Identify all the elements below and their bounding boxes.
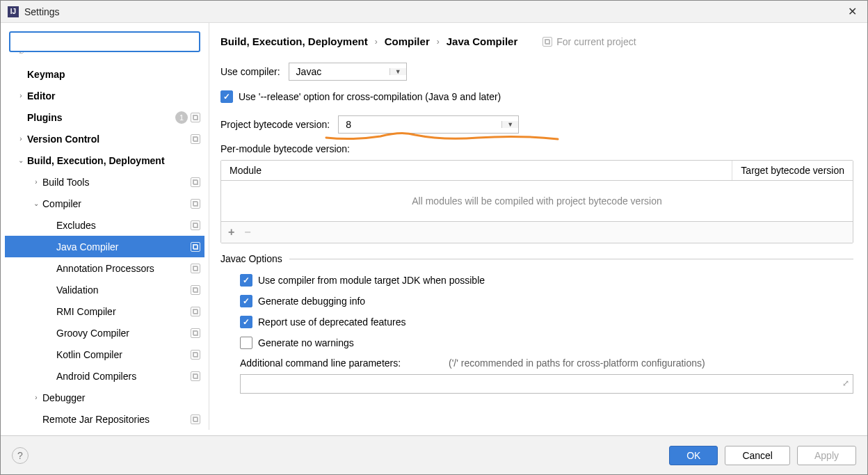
javac-option-label: Generate debugging info bbox=[258, 296, 365, 307]
javac-options-title: Javac Options bbox=[220, 253, 282, 264]
tree-item-label: Android Compilers bbox=[56, 371, 191, 382]
tree-item-label: Validation bbox=[56, 284, 191, 296]
table-col-module[interactable]: Module bbox=[221, 161, 732, 180]
tree-item-annotation-processors[interactable]: Annotation Processors bbox=[5, 257, 204, 279]
javac-option-checkbox-3[interactable] bbox=[240, 337, 252, 349]
project-scope-icon bbox=[191, 220, 200, 230]
tree-item-label: Editor bbox=[27, 90, 200, 102]
tree-item-kotlin-compiler[interactable]: Kotlin Compiler bbox=[5, 344, 204, 365]
project-scope-icon bbox=[191, 264, 200, 273]
project-scope-icon bbox=[191, 328, 200, 338]
ok-button[interactable]: OK bbox=[669, 446, 718, 465]
tree-item-label: Excludes bbox=[56, 220, 191, 231]
breadcrumb: Build, Execution, Deployment › Compiler … bbox=[220, 35, 853, 47]
chevron-right-icon: › bbox=[375, 37, 378, 47]
tree-item-rmi-compiler[interactable]: RMI Compiler bbox=[5, 300, 204, 322]
params-input[interactable] bbox=[240, 374, 853, 394]
project-scope-icon bbox=[191, 199, 200, 209]
project-scope-icon bbox=[191, 414, 200, 424]
project-scope-icon bbox=[191, 350, 200, 360]
javac-option-checkbox-0[interactable] bbox=[240, 274, 252, 287]
project-scope-icon bbox=[191, 285, 200, 295]
tree-item-label: Debugger bbox=[42, 392, 200, 403]
divider bbox=[289, 259, 853, 259]
project-scope-icon bbox=[542, 37, 552, 47]
project-scope-icon bbox=[191, 242, 200, 252]
chevron-icon: › bbox=[30, 178, 42, 186]
add-button[interactable]: + bbox=[228, 226, 234, 239]
chevron-down-icon: ▼ bbox=[501, 121, 518, 128]
for-current-project-label: For current project bbox=[542, 36, 636, 47]
sidebar: ⌕ Keymap›EditorPlugins1›Version Control⌄… bbox=[1, 23, 209, 430]
breadcrumb-seg[interactable]: Build, Execution, Deployment bbox=[220, 35, 368, 47]
tree-item-remote-jar-repositories[interactable]: Remote Jar Repositories bbox=[5, 408, 204, 430]
tree-item-android-compilers[interactable]: Android Compilers bbox=[5, 365, 204, 387]
tree-item-validation[interactable]: Validation bbox=[5, 279, 204, 300]
use-compiler-label: Use compiler: bbox=[220, 66, 280, 77]
tree-item-label: Java Compiler bbox=[56, 241, 191, 252]
tree-item-java-compiler[interactable]: Java Compiler bbox=[5, 236, 204, 257]
table-col-target[interactable]: Target bytecode version bbox=[732, 161, 853, 180]
help-button[interactable]: ? bbox=[12, 447, 29, 464]
javac-option-checkbox-1[interactable] bbox=[240, 295, 252, 307]
per-module-table: Module Target bytecode version All modul… bbox=[220, 160, 853, 243]
tree-item-build-tools[interactable]: ›Build Tools bbox=[5, 171, 204, 193]
chevron-icon: ⌄ bbox=[15, 156, 27, 164]
chevron-icon: ⌄ bbox=[30, 200, 42, 207]
release-option-checkbox[interactable] bbox=[220, 90, 233, 103]
tree-item-label: Build, Execution, Deployment bbox=[27, 155, 200, 166]
tree-item-label: Kotlin Compiler bbox=[56, 349, 191, 360]
javac-option-label: Use compiler from module target JDK when… bbox=[258, 275, 485, 286]
tree-item-label: Annotation Processors bbox=[56, 263, 191, 274]
tree-item-label: Keymap bbox=[27, 69, 200, 80]
tree-item-groovy-compiler[interactable]: Groovy Compiler bbox=[5, 322, 204, 344]
tree-item-excludes[interactable]: Excludes bbox=[5, 214, 204, 236]
tree-item-label: Groovy Compiler bbox=[56, 328, 191, 339]
tree-item-editor[interactable]: ›Editor bbox=[5, 85, 204, 106]
project-scope-icon bbox=[191, 307, 200, 316]
window-title: Settings bbox=[24, 6, 844, 17]
params-label: Additional command line parameters: bbox=[240, 357, 449, 369]
chevron-icon: › bbox=[30, 394, 42, 401]
expand-icon[interactable]: ⤢ bbox=[842, 378, 849, 388]
titlebar: IJ Settings ✕ bbox=[1, 1, 867, 23]
tree-item-label: Build Tools bbox=[42, 177, 191, 188]
tree-item-keymap[interactable]: Keymap bbox=[5, 63, 204, 85]
search-input[interactable] bbox=[9, 31, 200, 52]
tree-item-label: RMI Compiler bbox=[56, 306, 191, 317]
tree-item-plugins[interactable]: Plugins1 bbox=[5, 106, 204, 128]
bytecode-version-label: Project bytecode version: bbox=[220, 119, 330, 130]
tree-item-label: Compiler bbox=[42, 198, 191, 209]
cancel-button[interactable]: Cancel bbox=[725, 446, 790, 465]
tree-item-build-execution-deployment[interactable]: ⌄Build, Execution, Deployment bbox=[5, 150, 204, 171]
settings-tree: Keymap›EditorPlugins1›Version Control⌄Bu… bbox=[5, 59, 204, 430]
javac-option-label: Report use of deprecated features bbox=[258, 316, 405, 328]
chevron-icon: › bbox=[15, 92, 27, 99]
dialog-footer: ? OK Cancel Apply bbox=[1, 435, 867, 474]
project-scope-icon bbox=[191, 113, 200, 122]
remove-button[interactable]: − bbox=[244, 226, 250, 239]
javac-option-checkbox-2[interactable] bbox=[240, 316, 252, 328]
chevron-icon: › bbox=[15, 135, 27, 143]
project-scope-icon bbox=[191, 177, 200, 187]
main-panel: Build, Execution, Deployment › Compiler … bbox=[209, 23, 867, 430]
tree-item-debugger[interactable]: ›Debugger bbox=[5, 387, 204, 408]
per-module-label: Per-module bytecode version: bbox=[220, 143, 853, 154]
breadcrumb-seg[interactable]: Compiler bbox=[385, 35, 430, 47]
close-icon[interactable]: ✕ bbox=[844, 5, 860, 18]
use-compiler-select[interactable]: Javac ▼ bbox=[289, 63, 407, 81]
project-scope-icon bbox=[191, 371, 200, 381]
app-icon: IJ bbox=[8, 6, 19, 17]
table-empty-text: All modules will be compiled with projec… bbox=[221, 181, 853, 221]
project-scope-icon bbox=[191, 134, 200, 144]
chevron-down-icon: ▼ bbox=[389, 68, 406, 75]
tree-item-compiler[interactable]: ⌄Compiler bbox=[5, 193, 204, 214]
count-badge: 1 bbox=[175, 111, 188, 124]
bytecode-version-select[interactable]: 8 ▼ bbox=[338, 115, 519, 134]
apply-button[interactable]: Apply bbox=[797, 446, 856, 465]
tree-item-label: Version Control bbox=[27, 134, 191, 145]
javac-option-label: Generate no warnings bbox=[258, 337, 354, 348]
tree-item-version-control[interactable]: ›Version Control bbox=[5, 128, 204, 150]
params-hint: ('/' recommended in paths for cross-plat… bbox=[449, 357, 705, 369]
release-option-label: Use '--release' option for cross-compila… bbox=[239, 91, 501, 102]
